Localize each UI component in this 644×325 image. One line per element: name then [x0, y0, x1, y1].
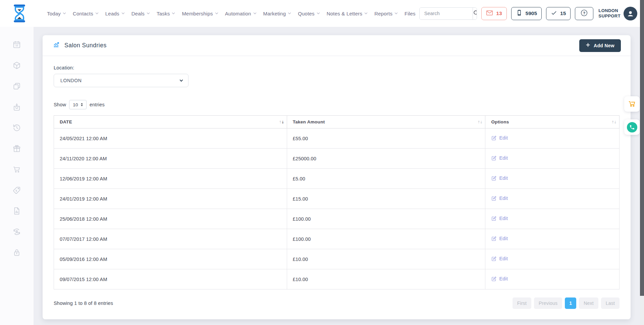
phone-count: 5905: [526, 10, 537, 16]
tasks-badge[interactable]: 15: [546, 7, 571, 20]
edit-button[interactable]: Edit: [491, 216, 508, 221]
nav-item-memberships[interactable]: Memberships: [178, 11, 221, 16]
cell-options: Edit: [485, 229, 620, 249]
cell-date: 24/05/2021 12:00 AM: [54, 128, 287, 149]
location-select[interactable]: LONDON: [54, 74, 189, 87]
chevron-down-icon: [121, 11, 124, 14]
edit-button[interactable]: Edit: [491, 135, 508, 141]
mail-icon: [486, 9, 493, 18]
table-row: 09/07/2015 12:00 AM£10.00Edit: [54, 269, 620, 289]
nav-item-automation[interactable]: Automation: [221, 11, 260, 16]
shopping-bag-icon[interactable]: [12, 103, 21, 111]
add-new-button[interactable]: Add New: [579, 39, 621, 52]
chevron-down-icon: [63, 11, 66, 14]
pagination-page-1[interactable]: 1: [565, 297, 576, 309]
left-sidebar: 12$: [0, 27, 34, 325]
topbar: TodayContactsLeadsDealsTasksMembershipsA…: [0, 0, 640, 27]
vertical-scrollbar[interactable]: [640, 0, 644, 325]
salon-sundries-card: Salon Sundries Add New Location: LONDON …: [43, 35, 631, 319]
package-icon[interactable]: [12, 61, 21, 70]
column-header-options[interactable]: Options ↑↓: [485, 116, 620, 128]
cell-date: 12/06/2019 12:00 AM: [54, 169, 287, 189]
cell-options: Edit: [485, 149, 620, 169]
app-logo-icon[interactable]: [11, 4, 28, 23]
plus-icon: [586, 43, 590, 48]
edit-button[interactable]: Edit: [491, 175, 508, 181]
copy-icon[interactable]: [12, 82, 21, 91]
chevron-down-icon: [180, 78, 183, 82]
scrollbar-thumb[interactable]: [640, 0, 644, 296]
edit-button[interactable]: Edit: [491, 276, 508, 282]
nav-item-files[interactable]: Files: [401, 11, 419, 16]
report-icon[interactable]: [12, 207, 21, 215]
gift-icon[interactable]: [12, 144, 21, 153]
spinner-icon: [81, 103, 83, 106]
chevron-down-icon: [317, 11, 320, 14]
avatar[interactable]: [624, 7, 637, 20]
svg-text:$: $: [15, 189, 17, 192]
card-header: Salon Sundries Add New: [43, 35, 631, 56]
table-row: 24/05/2021 12:00 AM£55.00Edit: [54, 128, 620, 149]
cell-taken-amount: £100.00: [287, 229, 485, 249]
pagination-previous[interactable]: Previous: [534, 297, 562, 309]
chevron-down-icon: [215, 11, 218, 14]
location-label: Location:: [54, 65, 620, 70]
nav-item-reports[interactable]: Reports: [371, 11, 401, 16]
cell-taken-amount: £5.00: [287, 169, 485, 189]
edit-icon: [491, 276, 497, 282]
entries-select[interactable]: 10: [69, 100, 87, 109]
search-input[interactable]: [420, 8, 473, 19]
table-footer: Showing 1 to 8 of 8 entries FirstPreviou…: [54, 297, 620, 309]
svg-text:12: 12: [15, 44, 18, 47]
table-row: 07/07/2017 12:00 AM£100.00Edit: [54, 229, 620, 249]
mail-badge[interactable]: 13: [481, 7, 506, 20]
chart-icon: [53, 41, 60, 50]
chevron-down-icon: [288, 11, 291, 14]
nav-item-leads[interactable]: Leads: [102, 11, 128, 16]
pagination-first[interactable]: First: [513, 297, 531, 309]
nav-item-today[interactable]: Today: [43, 11, 69, 16]
edit-icon: [491, 256, 497, 262]
phone-icon: [627, 122, 637, 132]
search-icon: [473, 10, 477, 17]
nav-item-contacts[interactable]: Contacts: [69, 11, 102, 16]
search-button[interactable]: [473, 8, 477, 19]
phone-badge[interactable]: 5905: [511, 7, 542, 20]
cart-float-button[interactable]: [624, 96, 640, 112]
table-row: 24/11/2020 12:00 AM£25000.00Edit: [54, 149, 620, 169]
pagination-last[interactable]: Last: [601, 297, 620, 309]
mail-count: 13: [496, 10, 502, 16]
edit-button[interactable]: Edit: [491, 256, 508, 262]
nav-item-notes-letters[interactable]: Notes & Letters: [323, 11, 371, 16]
cell-date: 09/07/2015 12:00 AM: [54, 269, 287, 289]
help-badge[interactable]: ?: [575, 7, 593, 20]
cell-taken-amount: £10.00: [287, 249, 485, 269]
column-header-date[interactable]: DATE ↑↓: [54, 116, 287, 128]
help-icon: ?: [580, 9, 588, 18]
nav-item-marketing[interactable]: Marketing: [260, 11, 294, 16]
svg-text:?: ?: [583, 11, 585, 15]
edit-button[interactable]: Edit: [491, 236, 508, 241]
edit-button[interactable]: Edit: [491, 155, 508, 161]
nav-item-tasks[interactable]: Tasks: [153, 11, 178, 16]
edit-button[interactable]: Edit: [491, 196, 508, 201]
account-icon[interactable]: [12, 227, 21, 236]
column-header-taken-amount[interactable]: Taken Amount ↑↓: [287, 116, 485, 128]
showing-entries-text: Showing 1 to 8 of 8 entries: [54, 301, 113, 306]
calendar-icon[interactable]: 12: [12, 40, 21, 49]
cart-icon[interactable]: [12, 165, 21, 174]
price-tag-icon[interactable]: $: [12, 186, 21, 195]
nav-item-deals[interactable]: Deals: [128, 11, 153, 16]
cart-icon: [628, 99, 637, 109]
edit-icon: [491, 216, 497, 221]
sort-icon: ↑↓: [279, 120, 283, 124]
lock-icon[interactable]: [12, 248, 21, 257]
pagination-next[interactable]: Next: [579, 297, 598, 309]
cell-options: Edit: [485, 269, 620, 289]
history-icon[interactable]: [12, 123, 21, 132]
cell-date: 07/07/2017 12:00 AM: [54, 229, 287, 249]
call-float-button[interactable]: [624, 119, 640, 135]
nav-item-quotes[interactable]: Quotes: [294, 11, 323, 16]
page-length-control: Show 10 entries: [54, 100, 620, 109]
sort-icon: ↑↓: [611, 120, 616, 124]
